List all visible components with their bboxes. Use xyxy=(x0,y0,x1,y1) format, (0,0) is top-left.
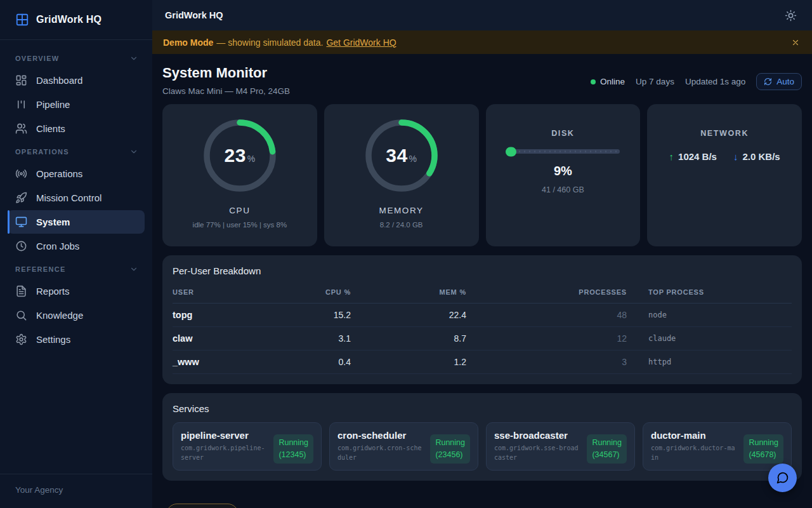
per-user-title: Per-User Breakdown xyxy=(173,265,792,276)
service-name: ductor-main xyxy=(651,430,738,441)
service-status: Running xyxy=(592,437,622,449)
process-count: 3 xyxy=(466,357,627,367)
section-operations[interactable]: OPERATIONS xyxy=(0,141,152,161)
sidebar-item-label: Settings xyxy=(36,334,70,345)
disk-fill xyxy=(506,147,516,156)
service-pid: (12345) xyxy=(278,449,308,461)
services-title: Services xyxy=(173,403,792,414)
col-top-process: TOP PROCESS xyxy=(627,288,792,296)
service-pid: (45678) xyxy=(749,449,778,461)
theme-toggle-button[interactable] xyxy=(782,7,799,24)
sidebar-item-label: Reports xyxy=(36,286,70,297)
col-mem: MEM % xyxy=(351,288,466,296)
disk-percent: 9% xyxy=(486,164,641,178)
network-card: NETWORK ↑ 1024 B/s ↓ 2.0 KB/s xyxy=(647,104,802,246)
cpu-value: 3.1 xyxy=(261,333,351,344)
sidebar-item-dashboard[interactable]: Dashboard xyxy=(8,69,145,92)
online-label: Online xyxy=(600,77,625,86)
cpu-detail: idle 77% | user 15% | sys 8% xyxy=(193,221,287,229)
banner-link[interactable]: Get GridWork HQ xyxy=(326,37,396,48)
section-label: REFERENCE xyxy=(15,265,66,273)
per-user-panel: Per-User Breakdown USER CPU % MEM % PROC… xyxy=(162,255,802,384)
sidebar-item-label: Mission Control xyxy=(36,192,102,203)
uptime-label: Up 7 days xyxy=(636,77,674,86)
page-subtitle: Claws Mac Mini — M4 Pro, 24GB xyxy=(162,86,290,96)
sidebar-item-label: Knowledge xyxy=(36,310,83,321)
sidebar-item-label: Operations xyxy=(36,168,82,179)
sidebar-item-label: System xyxy=(36,217,70,227)
app-logo[interactable]: GridWork HQ xyxy=(0,0,152,40)
sidebar-item-label: Dashboard xyxy=(36,75,82,86)
chevron-down-icon xyxy=(129,265,138,274)
top-process: node xyxy=(627,311,792,319)
radio-icon xyxy=(15,168,27,180)
status-badge: Running (12345) xyxy=(273,434,313,464)
section-reference[interactable]: REFERENCE xyxy=(0,258,152,279)
mem-value: 22.4 xyxy=(351,310,466,320)
section-overview[interactable]: OVERVIEW xyxy=(0,48,152,68)
auto-refresh-button[interactable]: Auto xyxy=(756,73,802,90)
mem-value: 8.7 xyxy=(351,333,466,344)
memory-percent-unit: % xyxy=(409,154,417,164)
service-card-ductor-main: ductor-main com.gridwork.ductor-main Run… xyxy=(643,422,792,471)
arrow-up-icon: ↑ xyxy=(669,151,674,162)
refresh-icon xyxy=(764,77,772,86)
service-info: cron-scheduler com.gridwork.cron-schedul… xyxy=(337,430,425,463)
section-label: OVERVIEW xyxy=(15,55,60,62)
cpu-percent: 23 xyxy=(224,145,246,166)
chat-bubble-icon xyxy=(776,471,789,485)
table-row: _www 0.4 1.2 3 httpd xyxy=(173,351,792,374)
clock-icon xyxy=(15,240,27,252)
service-id: com.gridwork.cron-scheduler xyxy=(337,444,425,462)
per-user-table: USER CPU % MEM % PROCESSES TOP PROCESS t… xyxy=(173,284,792,374)
sidebar-footer: Your Agency xyxy=(0,474,152,508)
sidebar: GridWork HQ OVERVIEW Dashboard Pipeline … xyxy=(0,0,152,508)
user-name: topg xyxy=(173,310,261,320)
file-text-icon xyxy=(15,285,27,297)
chat-fab-button[interactable] xyxy=(768,464,797,492)
pipeline-icon xyxy=(15,98,27,110)
network-label: NETWORK xyxy=(647,129,802,138)
users-icon xyxy=(15,123,27,135)
sidebar-item-reports[interactable]: Reports xyxy=(8,279,145,303)
banner-close-button[interactable] xyxy=(790,37,801,48)
status-badge: Running (23456) xyxy=(430,434,470,464)
service-card-cron-scheduler: cron-scheduler com.gridwork.cron-schedul… xyxy=(329,422,478,471)
disk-label: DISK xyxy=(486,129,641,138)
memory-detail: 8.2 / 24.0 GB xyxy=(380,221,423,229)
service-status: Running xyxy=(435,437,465,449)
mem-value: 1.2 xyxy=(351,357,466,367)
bottom-partial-button[interactable] xyxy=(166,504,239,508)
disk-detail: 41 / 460 GB xyxy=(486,185,641,194)
service-id: com.gridwork.ductor-main xyxy=(651,444,738,462)
sidebar-item-cron-jobs[interactable]: Cron Jobs xyxy=(8,234,145,258)
sidebar-item-label: Pipeline xyxy=(36,99,70,110)
col-processes: PROCESSES xyxy=(466,288,627,296)
updated-label: Updated 1s ago xyxy=(685,77,745,86)
grid-logo-icon xyxy=(15,13,29,27)
sidebar-item-clients[interactable]: Clients xyxy=(8,117,145,140)
status-badge: Running (45678) xyxy=(743,434,783,464)
dashboard-icon xyxy=(15,74,27,86)
col-user: USER xyxy=(173,288,261,296)
memory-label: MEMORY xyxy=(379,206,424,215)
chevron-down-icon xyxy=(129,147,138,156)
sidebar-item-settings[interactable]: Settings xyxy=(8,328,145,351)
memory-percent: 34 xyxy=(386,145,407,166)
process-count: 12 xyxy=(466,333,627,344)
banner-message: — showing simulated data. xyxy=(216,37,323,48)
service-pid: (34567) xyxy=(592,449,622,461)
cpu-percent-unit: % xyxy=(247,154,255,164)
status-badge: Running (34567) xyxy=(587,434,627,464)
chevron-down-icon xyxy=(129,54,138,63)
services-grid: pipeline-server com.gridwork.pipeline-se… xyxy=(173,422,792,471)
sidebar-item-pipeline[interactable]: Pipeline xyxy=(8,93,145,116)
sidebar-item-knowledge[interactable]: Knowledge xyxy=(8,304,145,327)
sidebar-item-operations[interactable]: Operations xyxy=(8,162,145,185)
close-icon xyxy=(791,38,800,47)
topbar-title: GridWork HQ xyxy=(165,10,223,20)
sidebar-item-mission-control[interactable]: Mission Control xyxy=(8,186,145,210)
sidebar-item-system[interactable]: System xyxy=(8,210,145,234)
disk-progress-bar xyxy=(506,149,620,154)
online-dot xyxy=(591,79,596,84)
